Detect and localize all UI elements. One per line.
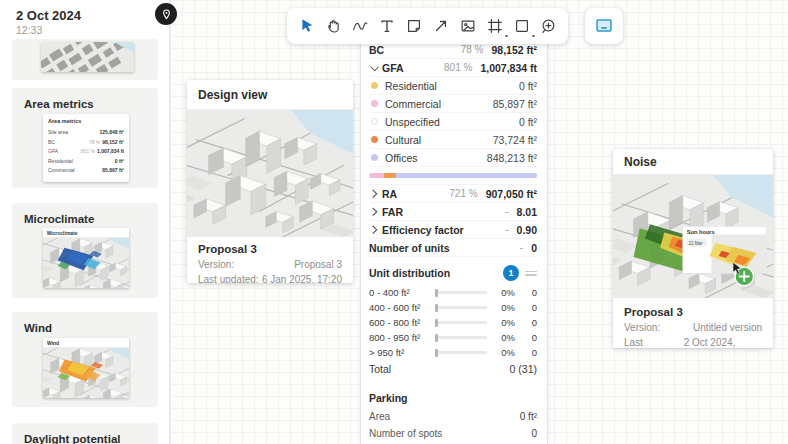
shape-tool-button[interactable] xyxy=(509,13,535,39)
image-tool-button[interactable] xyxy=(455,13,481,39)
total-row: Total 0 (31) xyxy=(369,360,537,378)
bar-segment-cultural xyxy=(384,173,396,178)
design-view-image[interactable] xyxy=(187,110,353,237)
chevron-right-icon[interactable] xyxy=(369,225,380,235)
sticky-note-tool-button[interactable] xyxy=(401,13,427,39)
card-title: Daylight potential xyxy=(12,423,158,444)
distribution-slider[interactable] xyxy=(435,321,487,324)
presence-avatar[interactable] xyxy=(155,3,177,25)
version-value: Untitled version xyxy=(693,320,762,335)
metric-row-efficiency[interactable]: Efficiency factor - 0.90 xyxy=(369,221,537,239)
sidebar-card-wind[interactable]: Wind Wind xyxy=(12,312,158,407)
slider-handle[interactable] xyxy=(435,289,438,297)
distribution-slider[interactable] xyxy=(435,306,487,309)
unit-distribution-row: 0 - 400 ft² 0% 0 xyxy=(369,285,537,300)
pan-tool-button[interactable] xyxy=(320,13,346,39)
version-row: Version: Proposal 3 xyxy=(187,257,353,272)
square-icon xyxy=(513,17,531,35)
chevron-right-icon[interactable] xyxy=(369,189,380,199)
text-tool-button[interactable] xyxy=(374,13,400,39)
chevron-down-icon[interactable] xyxy=(369,63,380,73)
arrow-icon xyxy=(432,17,450,35)
offices-dot xyxy=(371,154,378,161)
version-label: Version: xyxy=(624,320,660,335)
note-icon xyxy=(405,17,423,35)
metric-row-offices: Offices 848,213 ft² xyxy=(369,149,537,167)
mini-row: GFA801 %1,007,834 ft xyxy=(48,147,124,157)
sidebar-card-map[interactable] xyxy=(12,39,158,80)
updated-value: 6 Jan 2025, 17:20 xyxy=(262,272,342,283)
sidebar-card-area-metrics[interactable]: Area metrics Area metrics Site area125,8… xyxy=(12,88,158,188)
metric-row-residential: Residential 0 ft² xyxy=(369,77,537,95)
arrow-tool-button[interactable] xyxy=(428,13,454,39)
chevron-right-icon[interactable] xyxy=(369,207,380,217)
comment-plus-icon xyxy=(539,17,557,35)
commercial-dot xyxy=(371,100,378,107)
microclimate-thumbnail: Microclimate xyxy=(43,228,129,288)
slider-handle[interactable] xyxy=(435,304,438,312)
card-title: Area metrics xyxy=(12,88,158,110)
updated-row: Last updated: 6 Jan 2025, 17:20 xyxy=(187,272,353,283)
overlay-chip: 21 Mar xyxy=(688,241,703,246)
proposal-name: Proposal 3 xyxy=(187,237,353,257)
parking-area-row: Area 0 ft² xyxy=(369,408,537,425)
noise-card[interactable]: Noise Sun hours 21 Mar xyxy=(613,149,773,348)
cursor-icon xyxy=(297,17,315,35)
mini-row: Commercial85,897 ft² xyxy=(48,166,124,176)
frame-icon xyxy=(486,17,504,35)
stacked-bar xyxy=(369,173,537,178)
bar-segment-offices xyxy=(396,173,537,178)
mini-row: BC78 %98,152 ft² xyxy=(48,138,124,148)
location-pin-icon xyxy=(161,9,172,20)
wind-image xyxy=(43,348,129,398)
unit-distribution-header: Unit distribution 1 xyxy=(369,261,537,285)
present-board-icon xyxy=(594,16,614,36)
hand-icon xyxy=(324,17,342,35)
distribution-slider[interactable] xyxy=(435,351,487,354)
count-badge[interactable]: 1 xyxy=(503,265,519,281)
noise-image[interactable]: Sun hours 21 Mar xyxy=(613,175,773,298)
area-metrics-panel: BC 78 % 98,152 ft² GFA 801 % 1,007,834 f… xyxy=(360,40,548,444)
updated-value: 2 Oct 2024, 13:44 xyxy=(684,335,762,348)
sidebar-card-daylight[interactable]: Daylight potential xyxy=(12,423,158,444)
present-button[interactable] xyxy=(585,8,623,44)
board-date: 2 Oct 2024 xyxy=(16,8,81,23)
slider-handle[interactable] xyxy=(435,319,438,327)
updated-row: Last updated: 2 Oct 2024, 13:44 xyxy=(613,335,773,348)
metric-row-number-of-units: Number of units - 0 xyxy=(369,239,537,257)
frame-tool-button[interactable] xyxy=(482,13,508,39)
select-tool-button[interactable] xyxy=(293,13,319,39)
sidebar-card-microclimate[interactable]: Microclimate Microclimate xyxy=(12,203,158,298)
version-value: Proposal 3 xyxy=(294,257,342,272)
card-title: Noise xyxy=(613,149,773,175)
map-thumbnail xyxy=(41,42,134,72)
distribution-slider[interactable] xyxy=(435,336,487,339)
unspecified-dot xyxy=(371,118,378,125)
proposal-name: Proposal 3 xyxy=(613,298,773,320)
area-metrics-thumbnail: Area metrics Site area125,848 ft² BC78 %… xyxy=(43,114,129,182)
card-title: Microclimate xyxy=(12,203,158,225)
board-canvas[interactable]: Design view Proposal 3 Version: Proposal… xyxy=(170,0,788,444)
card-title: Design view xyxy=(187,80,353,110)
stepper-lines xyxy=(525,271,537,276)
metric-row-gfa[interactable]: GFA 801 % 1,007,834 ft xyxy=(369,59,537,77)
updated-label: Last updated: xyxy=(198,272,259,283)
design-view-card[interactable]: Design view Proposal 3 Version: Proposal… xyxy=(187,80,353,283)
gfa-distribution-bar-row xyxy=(369,167,537,185)
unit-distribution-title: Unit distribution xyxy=(369,267,503,279)
residential-dot xyxy=(371,82,378,89)
sun-hours-overlay-card[interactable]: Sun hours 21 Mar xyxy=(683,226,767,273)
board-time: 12:33 xyxy=(16,24,42,36)
version-row: Version: Untitled version xyxy=(613,320,773,335)
metric-row-ra[interactable]: RA 721 % 907,050 ft² xyxy=(369,185,537,203)
distribution-slider[interactable] xyxy=(435,291,487,294)
dropdown-dot xyxy=(505,35,508,38)
dropdown-dot xyxy=(532,35,535,38)
slider-handle[interactable] xyxy=(435,334,438,342)
comment-tool-button[interactable] xyxy=(535,13,561,39)
mini-row: Site area125,848 ft² xyxy=(48,128,124,138)
slider-handle[interactable] xyxy=(435,349,438,357)
draw-tool-button[interactable] xyxy=(347,13,373,39)
mini-row: Residential0 ft² xyxy=(48,157,124,167)
metric-row-far[interactable]: FAR - 8.01 xyxy=(369,203,537,221)
